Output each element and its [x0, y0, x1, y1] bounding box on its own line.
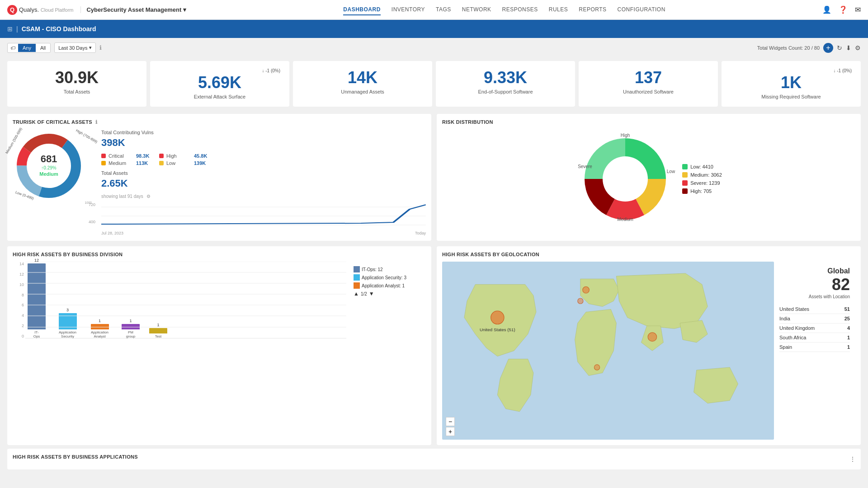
it-ops-dot: [354, 266, 360, 272]
kpi-unauthorized[interactable]: 137 Unauthorized Software: [579, 61, 718, 107]
svg-point-11: [603, 156, 648, 202]
bottom-title: HIGH RISK ASSETS BY BUSINESS APPLICATION…: [13, 454, 138, 460]
kpi-total-assets-label: Total Assets: [16, 89, 137, 94]
kpi-missing[interactable]: ↓ -1 (0%) 1K Missing Required Software: [722, 61, 861, 107]
legend-low: Low: 4410: [682, 164, 722, 169]
trurisk-panel: TRURISK OF CRITICAL ASSETS ℹ: [7, 114, 431, 241]
svg-text:United States (51): United States (51): [480, 327, 515, 332]
bars-area: 12 IT-Ops 3 ApplicationSecurity 1: [25, 262, 346, 338]
geo-global-count: 82: [779, 275, 850, 294]
tab-responses[interactable]: RESPONSES: [502, 5, 538, 15]
help-icon[interactable]: ❓: [839, 5, 848, 14]
zoom-out-button[interactable]: −: [446, 417, 455, 426]
chevron-down-icon[interactable]: ▼: [369, 291, 374, 297]
chart-end-label: Today: [415, 231, 426, 235]
kpi-total-assets-value: 30.9K: [16, 68, 137, 87]
trurisk-info-icon[interactable]: ℹ: [95, 119, 97, 125]
tab-network[interactable]: NETWORK: [462, 5, 491, 15]
user-icon[interactable]: 👤: [822, 5, 831, 14]
risk-dist-title: RISK DISTRIBUTION: [442, 119, 855, 125]
date-filter[interactable]: Last 30 Days ▾: [54, 42, 96, 53]
legend-high: High: 705: [682, 188, 722, 194]
pie-label-low: Low: [667, 169, 675, 174]
grid-icon[interactable]: ⊞: [7, 25, 13, 33]
geo-global-title: Global: [779, 267, 850, 275]
chart-start-label: Jul 28, 2023: [101, 231, 123, 235]
geo-content: United States (51) − + Glob: [442, 262, 855, 440]
chevron-down-icon: ▾: [183, 6, 186, 13]
info-icon[interactable]: ℹ: [99, 44, 102, 51]
export-icon[interactable]: ⬇: [846, 44, 851, 52]
geo-row-us: United States 51: [779, 305, 850, 314]
showing-label: showing last 91 days ⚙: [101, 194, 426, 199]
chevron-up-icon[interactable]: ▲: [354, 291, 359, 297]
controls-left: 🏷 Any All Last 30 Days ▾ ℹ: [7, 42, 102, 53]
bottom-panel: HIGH RISK ASSETS BY BUSINESS APPLICATION…: [7, 449, 861, 469]
qualys-q-icon: Q: [7, 5, 17, 15]
kpi-external-label: External Attack Surface: [159, 94, 280, 99]
pie-label-medium: Medium: [617, 217, 633, 222]
tab-inventory[interactable]: INVENTORY: [392, 5, 425, 15]
kpi-row: 30.9K Total Assets ↓ -1 (0%) 5.69K Exter…: [0, 57, 868, 110]
total-widgets-label: Total Widgets Count: 20 / 80: [757, 45, 820, 51]
settings-icon[interactable]: ⚙: [855, 44, 861, 52]
app-switcher[interactable]: CyberSecurity Asset Management ▾: [80, 6, 186, 13]
kpi-external-attack[interactable]: ↓ -1 (0%) 5.69K External Attack Surface: [150, 61, 289, 107]
total-assets-label: Total Assets: [101, 170, 426, 176]
tab-rules[interactable]: RULES: [549, 5, 568, 15]
geolocation-panel: HIGH RISK ASSETS BY GEOLOCATION: [437, 246, 861, 445]
risk-dist-pie: High Severe Low Medium: [576, 129, 675, 229]
add-widget-button[interactable]: +: [823, 43, 833, 53]
risk-distribution-panel: RISK DISTRIBUTION: [437, 114, 861, 241]
tag-all-button[interactable]: All: [36, 44, 50, 52]
top-nav: Q Qualys. Cloud Platform CyberSecurity A…: [0, 0, 868, 20]
chevron-down-icon: ▾: [89, 45, 92, 51]
trurisk-donut: 681 ↑0.29% Medium Medium (500-699) High …: [13, 130, 94, 211]
controls-bar: 🏷 Any All Last 30 Days ▾ ℹ Total Widgets…: [0, 38, 868, 57]
geo-row-uk: United Kingdom 4: [779, 324, 850, 333]
geo-row-india: India 25: [779, 314, 850, 324]
kpi-unmanaged[interactable]: 14K Unmanaged Assets: [293, 61, 432, 107]
geo-stats: Global 82 Assets with Location United St…: [774, 262, 855, 440]
svg-point-23: [583, 286, 590, 293]
low-dot: [159, 161, 164, 165]
tab-tags[interactable]: TAGS: [436, 5, 451, 15]
tab-configuration[interactable]: CONFIGURATION: [618, 5, 665, 15]
y-label-720: 720: [89, 202, 95, 207]
more-icon[interactable]: ⋮: [850, 456, 855, 462]
tab-dashboard[interactable]: DASHBOARD: [343, 5, 381, 15]
tab-reports[interactable]: REPORTS: [579, 5, 606, 15]
svg-point-22: [648, 333, 657, 342]
risk-dist-legend: Low: 4410 Medium: 3062 Severe: 1239 High…: [682, 164, 722, 194]
legend-it-ops: IT-Ops: 12: [354, 266, 426, 272]
kpi-eos-label: End-of-Support Software: [445, 89, 566, 94]
kpi-missing-value: 1K: [731, 73, 852, 92]
trurisk-title: TRURISK OF CRITICAL ASSETS ℹ: [13, 119, 426, 125]
controls-right: Total Widgets Count: 20 / 80 + ↻ ⬇ ⚙: [757, 43, 861, 53]
geo-title: HIGH RISK ASSETS BY GEOLOCATION: [442, 252, 855, 257]
kpi-unauthorized-label: Unauthorized Software: [588, 89, 709, 94]
total-assets-section: Total Assets 2.65K: [101, 170, 426, 189]
risk-row-critical: Critical 98.3K High 45.8K: [101, 153, 426, 159]
severe-legend-dot: [682, 180, 688, 186]
chart-x-labels: Jul 28, 2023 Today: [101, 231, 426, 235]
risk-dist-content: High Severe Low Medium Low: 4410 Medium:…: [442, 129, 855, 229]
svg-point-25: [578, 298, 583, 304]
svg-point-24: [594, 365, 599, 370]
pagination-label: 1/2: [361, 291, 367, 296]
kpi-total-assets[interactable]: 30.9K Total Assets: [7, 61, 146, 107]
legend-medium: Medium: 3062: [682, 172, 722, 178]
mail-icon[interactable]: ✉: [855, 5, 861, 14]
kpi-eos[interactable]: 9.33K End-of-Support Software: [436, 61, 575, 107]
kpi-eos-value: 9.33K: [445, 68, 566, 87]
gear-icon[interactable]: ⚙: [146, 194, 151, 199]
app-sec-dot: [354, 274, 360, 281]
tag-any-button[interactable]: Any: [18, 44, 36, 52]
dashboard-title: CSAM - CISO Dashboard: [22, 25, 96, 33]
total-vulns-label: Total Contributing Vulns: [101, 130, 426, 135]
kpi-external-change: ↓ -1 (0%): [159, 68, 280, 73]
nav-left: Q Qualys. Cloud Platform CyberSecurity A…: [7, 5, 186, 15]
zoom-in-button[interactable]: +: [446, 427, 455, 436]
refresh-icon[interactable]: ↻: [837, 44, 842, 52]
low-legend-dot: [682, 164, 688, 169]
